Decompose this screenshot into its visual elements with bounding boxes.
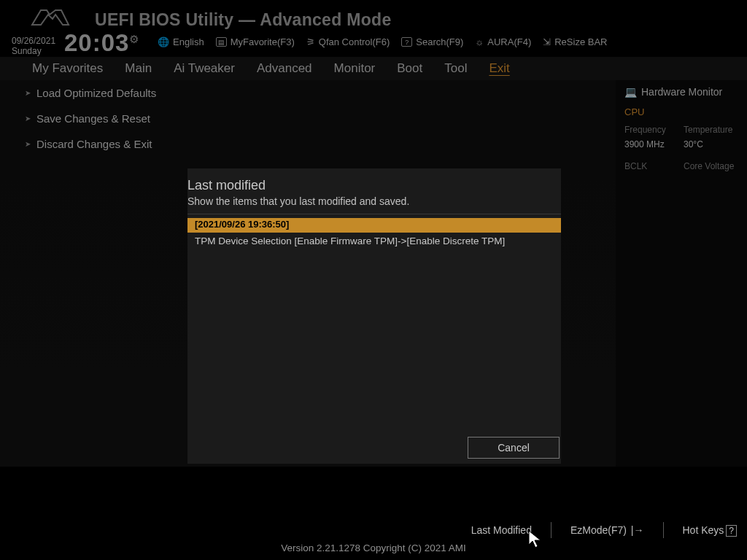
last-modified-dialog: Last modified Show the items that you la… (187, 168, 561, 464)
menu-load-optimized-defaults[interactable]: ➤ Load Optimized Defaults (0, 80, 616, 106)
myfavorite-button[interactable]: ▤ MyFavorite(F3) (216, 36, 295, 47)
clock: 20:03 (64, 29, 129, 57)
tab-bar: My Favorites Main Ai Tweaker Advanced Mo… (0, 57, 747, 80)
monitor-icon: 💻 (624, 86, 637, 98)
hardware-monitor-panel: 💻 Hardware Monitor CPU Frequency Tempera… (616, 80, 747, 467)
hw-label-frequency: Frequency (624, 125, 679, 135)
tab-boot[interactable]: Boot (397, 61, 422, 76)
tab-monitor[interactable]: Monitor (334, 61, 376, 76)
dialog-title: Last modified (187, 178, 266, 193)
cancel-button[interactable]: Cancel (468, 437, 560, 459)
hw-label-bclk: BCLK (624, 161, 679, 171)
footer-spacer (0, 467, 747, 510)
chevron-right-icon: ➤ (25, 114, 31, 122)
dialog-timestamp-row[interactable]: [2021/09/26 19:36:50] (187, 218, 561, 233)
svg-marker-0 (32, 10, 69, 25)
question-icon: ? (726, 525, 737, 537)
tab-ai-tweaker[interactable]: Ai Tweaker (174, 61, 235, 76)
chevron-right-icon: ➤ (25, 140, 31, 148)
qfan-button[interactable]: ⚞ Qfan Control(F6) (306, 36, 390, 47)
aura-button[interactable]: ☼ AURA(F4) (475, 36, 531, 47)
footer-separator (663, 522, 664, 538)
list-icon: ▤ (216, 37, 227, 47)
tab-advanced[interactable]: Advanced (257, 61, 312, 76)
dialog-change-line: TPM Device Selection [Enable Firmware TP… (195, 236, 505, 246)
hw-label-temperature: Temperature (684, 125, 738, 135)
menu-discard-changes-exit[interactable]: ➤ Discard Changes & Exit (0, 131, 616, 157)
dialog-separator (187, 214, 561, 214)
footer: Last Modified EzMode(F7) |→ Hot Keys? Ve… (0, 510, 747, 560)
footer-separator (551, 522, 551, 538)
tab-exit[interactable]: Exit (489, 61, 509, 76)
hw-value-temperature: 30°C (684, 139, 738, 149)
footer-ezmode[interactable]: EzMode(F7) |→ (570, 524, 644, 536)
hw-section-cpu: CPU (624, 106, 738, 117)
exit-icon: |→ (631, 524, 644, 536)
search-icon: ? (401, 37, 412, 47)
fan-icon: ⚞ (306, 36, 315, 47)
hw-label-core-voltage: Core Voltage (684, 161, 738, 171)
menu-save-changes-reset[interactable]: ➤ Save Changes & Reset (0, 106, 616, 131)
aura-icon: ☼ (475, 36, 484, 47)
footer-hotkeys[interactable]: Hot Keys? (683, 524, 738, 537)
language-switch[interactable]: 🌐 English (158, 36, 204, 47)
app-title: UEFI BIOS Utility — Advanced Mode (95, 10, 391, 30)
tab-my-favorites[interactable]: My Favorites (32, 61, 103, 76)
header: UEFI BIOS Utility — Advanced Mode 09/26/… (0, 0, 747, 57)
globe-icon: 🌐 (158, 36, 169, 47)
tuf-logo (31, 7, 70, 32)
search-button[interactable]: ? Search(F9) (401, 36, 463, 47)
resize-icon: ⇲ (543, 36, 551, 47)
chevron-right-icon: ➤ (25, 89, 31, 97)
tab-main[interactable]: Main (125, 61, 152, 76)
hw-panel-title: 💻 Hardware Monitor (624, 86, 738, 98)
date-block: 09/26/2021Sunday (12, 36, 55, 56)
footer-last-modified[interactable]: Last Modified (471, 524, 532, 536)
header-toolbar: 🌐 English ▤ MyFavorite(F3) ⚞ Qfan Contro… (158, 36, 607, 47)
copyright: Version 2.21.1278 Copyright (C) 2021 AMI (0, 542, 747, 553)
gear-icon[interactable]: ⚙ (129, 33, 139, 46)
dialog-subtitle: Show the items that you last modified an… (187, 195, 409, 207)
tab-tool[interactable]: Tool (444, 61, 467, 76)
hw-value-frequency: 3900 MHz (624, 139, 679, 149)
resize-bar-button[interactable]: ⇲ ReSize BAR (543, 36, 607, 47)
